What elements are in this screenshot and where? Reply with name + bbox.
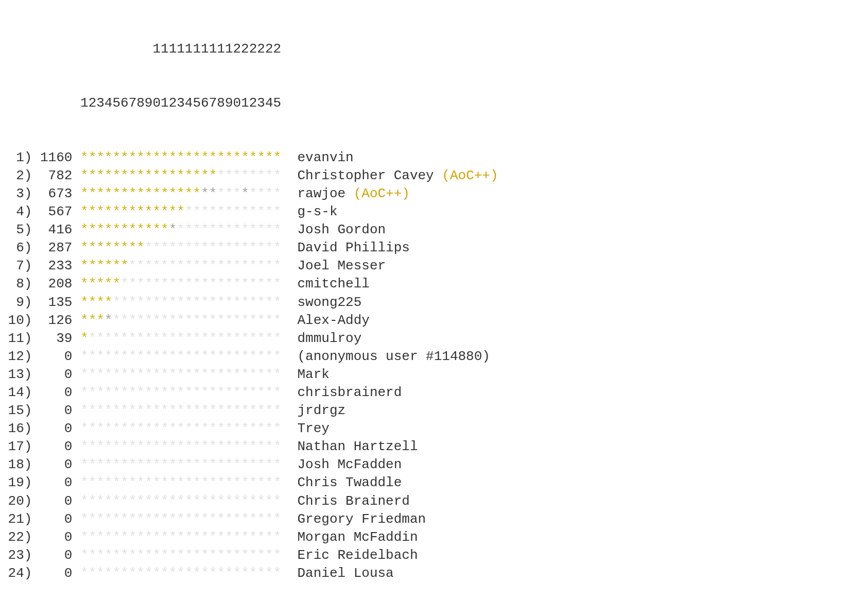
star-day-5: * bbox=[112, 313, 120, 328]
star-day-23: * bbox=[257, 421, 265, 436]
leaderboard-row: 10)126 ************************* Alex-Ad… bbox=[0, 312, 865, 330]
star-day-13: * bbox=[177, 547, 185, 563]
star-day-5: * bbox=[112, 421, 120, 436]
member-name[interactable]: Josh McFadden bbox=[297, 457, 402, 472]
star-day-10: * bbox=[153, 511, 161, 527]
star-day-21: * bbox=[241, 493, 249, 509]
star-day-2: * bbox=[89, 276, 97, 292]
star-day-19: * bbox=[225, 168, 233, 183]
star-day-15: * bbox=[193, 295, 201, 310]
star-day-8: * bbox=[136, 566, 145, 581]
star-day-20: * bbox=[233, 150, 241, 165]
member-name[interactable]: Alex-Addy bbox=[297, 313, 369, 328]
star-day-14: * bbox=[185, 276, 193, 292]
member-name[interactable]: (anonymous user #114880) bbox=[297, 349, 490, 364]
star-day-21: * bbox=[241, 168, 249, 183]
star-day-13: * bbox=[177, 295, 185, 310]
score: 0 bbox=[32, 528, 72, 546]
star-day-7: * bbox=[129, 331, 137, 346]
member-name[interactable]: Chris Twaddle bbox=[297, 475, 402, 490]
rank: 15 bbox=[0, 402, 24, 420]
score: 567 bbox=[32, 203, 72, 221]
star-day-17: * bbox=[209, 475, 217, 490]
member-name[interactable]: Daniel Lousa bbox=[297, 566, 393, 581]
star-day-9: * bbox=[145, 295, 153, 310]
leaderboard-row: 21)0 ************************* Gregory F… bbox=[0, 510, 865, 528]
member-name[interactable]: Morgan McFaddin bbox=[297, 529, 418, 545]
rank-paren: ) bbox=[24, 313, 32, 328]
score: 0 bbox=[32, 384, 72, 402]
member-name[interactable]: Gregory Friedman bbox=[297, 511, 426, 527]
star-day-9: * bbox=[145, 511, 153, 527]
star-day-5: * bbox=[112, 457, 120, 472]
star-day-13: * bbox=[177, 331, 185, 346]
star-day-15: * bbox=[193, 276, 201, 292]
star-day-10: * bbox=[153, 566, 161, 581]
rank-paren: ) bbox=[24, 493, 32, 509]
star-day-13: * bbox=[177, 511, 185, 527]
member-name[interactable]: jrdrgz bbox=[297, 403, 345, 418]
star-day-13: * bbox=[177, 222, 185, 237]
star-day-4: * bbox=[105, 349, 113, 364]
star-day-16: * bbox=[201, 331, 209, 346]
member-name[interactable]: Josh Gordon bbox=[297, 222, 386, 237]
star-day-24: * bbox=[265, 566, 273, 581]
star-day-1: * bbox=[80, 186, 89, 201]
star-day-7: * bbox=[129, 258, 137, 273]
member-name[interactable]: swong225 bbox=[297, 295, 361, 310]
star-day-16: * bbox=[201, 150, 209, 165]
supporter-badge: (AoC++) bbox=[442, 168, 498, 183]
stars: ************************* bbox=[80, 492, 281, 510]
star-day-7: * bbox=[129, 276, 137, 292]
rank-paren: ) bbox=[24, 529, 32, 545]
rank: 6 bbox=[0, 239, 24, 257]
member-name[interactable]: Joel Messer bbox=[297, 258, 386, 273]
rank-paren: ) bbox=[24, 186, 32, 201]
member-name[interactable]: dmmulroy bbox=[297, 331, 361, 346]
star-day-18: * bbox=[217, 240, 225, 255]
member-name[interactable]: Eric Reidelbach bbox=[297, 547, 418, 563]
star-day-20: * bbox=[233, 475, 241, 490]
score: 0 bbox=[32, 366, 72, 384]
star-day-10: * bbox=[153, 222, 161, 237]
star-day-4: * bbox=[105, 421, 113, 436]
member-name[interactable]: evanvin bbox=[297, 150, 353, 165]
member-name[interactable]: cmitchell bbox=[297, 276, 369, 292]
star-day-2: * bbox=[89, 439, 97, 454]
star-day-3: * bbox=[96, 186, 105, 201]
star-day-25: * bbox=[273, 439, 282, 454]
star-day-10: * bbox=[153, 457, 161, 472]
stars: ************************* bbox=[80, 456, 281, 474]
star-day-6: * bbox=[120, 150, 129, 165]
member-name[interactable]: Chris Brainerd bbox=[297, 493, 409, 509]
star-day-11: * bbox=[161, 439, 169, 454]
star-day-13: * bbox=[177, 186, 185, 201]
star-day-17: * bbox=[209, 258, 217, 273]
star-day-21: * bbox=[241, 475, 249, 490]
star-day-8: * bbox=[136, 276, 145, 292]
member-name[interactable]: Nathan Hartzell bbox=[297, 439, 418, 454]
star-day-19: * bbox=[225, 331, 233, 346]
star-day-8: * bbox=[136, 240, 145, 255]
member-name[interactable]: chrisbrainerd bbox=[297, 385, 402, 400]
star-day-1: * bbox=[80, 403, 89, 418]
member-name[interactable]: rawjoe bbox=[297, 186, 345, 201]
star-day-20: * bbox=[233, 529, 241, 545]
member-name[interactable]: g-s-k bbox=[297, 204, 337, 219]
member-name[interactable]: Mark bbox=[297, 367, 329, 382]
rank: 19 bbox=[0, 474, 24, 492]
star-day-15: * bbox=[193, 511, 201, 527]
member-name[interactable]: David Phillips bbox=[297, 240, 409, 255]
star-day-1: * bbox=[80, 150, 89, 165]
star-day-6: * bbox=[120, 240, 129, 255]
star-day-9: * bbox=[145, 566, 153, 581]
star-day-12: * bbox=[169, 367, 177, 382]
member-name[interactable]: Trey bbox=[297, 421, 329, 436]
star-day-5: * bbox=[112, 186, 120, 201]
star-day-16: * bbox=[201, 529, 209, 545]
rank: 22 bbox=[0, 528, 24, 546]
star-day-25: * bbox=[273, 547, 282, 563]
member-name[interactable]: Christopher Cavey bbox=[297, 168, 434, 183]
star-day-5: * bbox=[112, 276, 120, 292]
star-day-7: * bbox=[129, 493, 137, 509]
